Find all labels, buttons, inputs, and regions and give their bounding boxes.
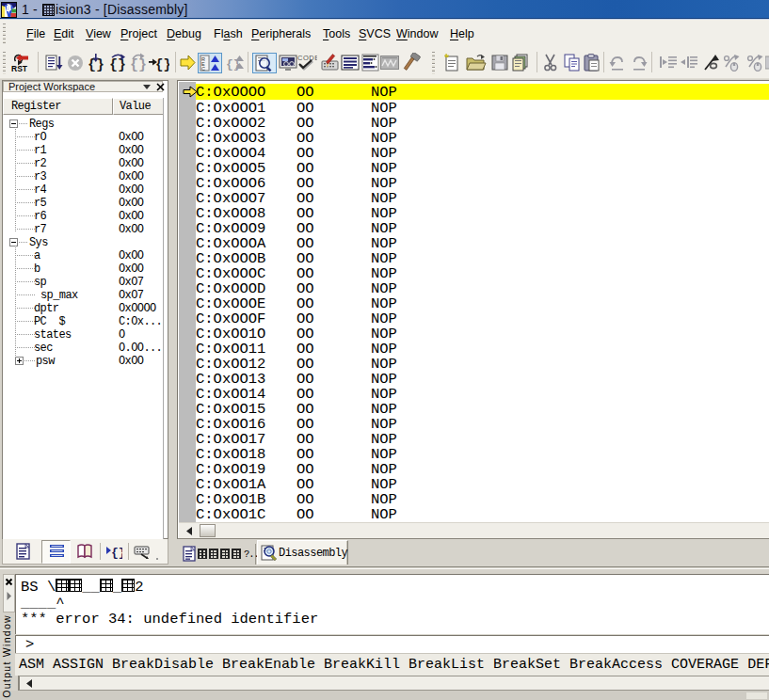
svg-text:RST: RST	[11, 64, 28, 73]
svg-text:{}: {}	[155, 57, 169, 72]
svg-text:{}: {}	[130, 57, 147, 73]
svg-text:C: C	[201, 66, 205, 72]
svg-text:{}: {}	[109, 57, 126, 73]
svg-text:CODE: CODE	[297, 54, 317, 62]
svg-text:{}: {}	[111, 546, 122, 560]
